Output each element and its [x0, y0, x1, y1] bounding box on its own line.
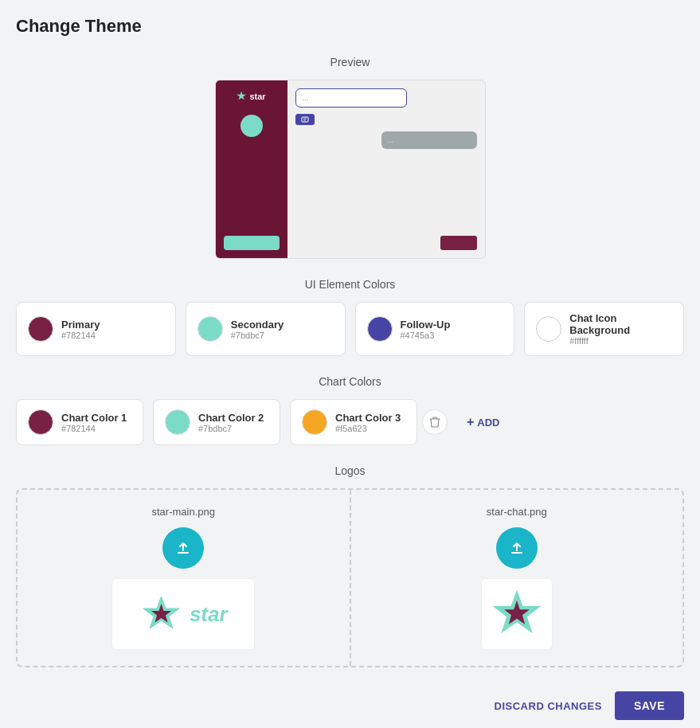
preview-sidebar-header: ★ star	[237, 90, 265, 102]
page-title: Change Theme	[16, 16, 684, 37]
secondary-name: Secondary	[231, 319, 284, 331]
add-chart-color-button[interactable]: + ADD	[457, 409, 510, 436]
chart-card-1[interactable]: Chart Color 1 #782144	[16, 399, 143, 445]
logos-label: Logos	[16, 464, 684, 477]
preview-sidebar: ★ star	[216, 80, 287, 258]
star-main-logo: star	[139, 593, 228, 636]
chart-info-3: Chart Color 3 #f5a623	[335, 412, 401, 433]
upload-icon	[174, 539, 192, 557]
chart-info-2: Chart Color 2 #7bdbc7	[198, 412, 264, 433]
preview-avatar	[241, 115, 263, 137]
ui-colors-section: UI Element Colors Primary #782144 Second…	[16, 278, 684, 356]
discard-button[interactable]: DISCARD CHANGES	[495, 700, 602, 712]
preview-star-icon: ★	[237, 90, 246, 102]
primary-swatch	[28, 316, 53, 342]
chat-bg-swatch	[536, 316, 561, 342]
logo-chat-preview	[481, 578, 553, 650]
followup-swatch	[367, 316, 393, 342]
color-card-chat-bg[interactable]: Chat Icon Background #ffffff	[524, 302, 684, 356]
svg-rect-1	[302, 117, 308, 122]
secondary-swatch	[197, 316, 223, 342]
delete-chart-3-button[interactable]	[422, 409, 448, 435]
chart-name-1: Chart Color 1	[61, 412, 127, 424]
chart-card-3[interactable]: Chart Color 3 #f5a623	[290, 399, 417, 445]
chart-name-3: Chart Color 3	[335, 412, 401, 424]
primary-info: Primary #782144	[61, 319, 100, 340]
preview-chat-icon-btn	[295, 114, 315, 125]
chat-bg-name: Chat Icon Background	[569, 312, 672, 336]
chart-hex-3: #f5a623	[335, 424, 401, 433]
chart-swatch-2	[165, 409, 190, 435]
ui-colors-label: UI Element Colors	[16, 278, 684, 291]
followup-hex: #4745a3	[401, 331, 451, 340]
chart-info-1: Chart Color 1 #782144	[61, 412, 127, 433]
primary-hex: #782144	[61, 331, 100, 340]
followup-name: Follow-Up	[401, 319, 451, 331]
logo-main-area: star-main.png star	[18, 490, 351, 666]
upload-chat-button[interactable]	[496, 527, 538, 569]
upload-main-button[interactable]	[162, 527, 204, 569]
secondary-info: Secondary #7bdbc7	[231, 319, 284, 340]
followup-info: Follow-Up #4745a3	[401, 319, 451, 340]
ui-colors-row: Primary #782144 Secondary #7bdbc7 Follow…	[16, 302, 684, 356]
logo-chat-area: star-chat.png	[351, 490, 683, 666]
logos-section: Logos star-main.png star	[16, 464, 684, 667]
preview-label: Preview	[330, 56, 370, 68]
preview-bottom-btn	[224, 236, 280, 250]
primary-name: Primary	[61, 319, 100, 331]
preview-main: ... ...	[287, 80, 485, 258]
chat-bg-hex: #ffffff	[569, 336, 672, 346]
chat-bg-info: Chat Icon Background #ffffff	[569, 312, 672, 346]
preview-chat-bubble-in: ...	[381, 131, 477, 149]
upload-icon	[508, 539, 526, 557]
color-card-primary[interactable]: Primary #782144	[16, 302, 176, 356]
chart-name-2: Chart Color 2	[198, 412, 264, 424]
add-icon: +	[467, 415, 474, 429]
footer-actions: DISCARD CHANGES SAVE	[16, 691, 684, 720]
color-card-secondary[interactable]: Secondary #7bdbc7	[186, 302, 346, 356]
preview-box: ★ star ... ...	[215, 80, 486, 259]
chart-colors-section: Chart Colors Chart Color 1 #782144 Chart…	[16, 375, 684, 445]
logo-main-preview: star	[111, 578, 255, 650]
chart-swatch-3	[302, 409, 327, 435]
preview-section: Preview ★ star ...	[16, 56, 684, 259]
star-main-text: star	[190, 602, 228, 627]
chart-hex-1: #782144	[61, 424, 127, 433]
logo-main-filename: star-main.png	[152, 506, 215, 518]
logos-grid: star-main.png star star-chat.png	[16, 488, 684, 667]
chart-hex-2: #7bdbc7	[198, 424, 264, 433]
chart-colors-label: Chart Colors	[16, 375, 684, 388]
preview-chat-bubble-out: ...	[295, 88, 407, 108]
preview-sidebar-text: star	[249, 92, 265, 101]
logo-chat-filename: star-chat.png	[487, 506, 547, 518]
secondary-hex: #7bdbc7	[231, 331, 284, 340]
save-button[interactable]: SAVE	[615, 691, 684, 720]
preview-end-btn	[440, 236, 477, 250]
chart-card-2[interactable]: Chart Color 2 #7bdbc7	[153, 399, 280, 445]
svg-marker-0	[247, 121, 256, 131]
chart-colors-row: Chart Color 1 #782144 Chart Color 2 #7bd…	[16, 399, 684, 445]
color-card-followup[interactable]: Follow-Up #4745a3	[355, 302, 515, 356]
chart-card-wrapper-3: Chart Color 3 #f5a623	[290, 399, 448, 445]
add-label: ADD	[477, 417, 499, 429]
preview-chat-icon-row	[295, 114, 477, 125]
star-main-svg	[139, 593, 183, 636]
star-chat-svg	[489, 586, 545, 642]
chart-swatch-1	[28, 409, 53, 435]
trash-icon	[429, 416, 440, 429]
